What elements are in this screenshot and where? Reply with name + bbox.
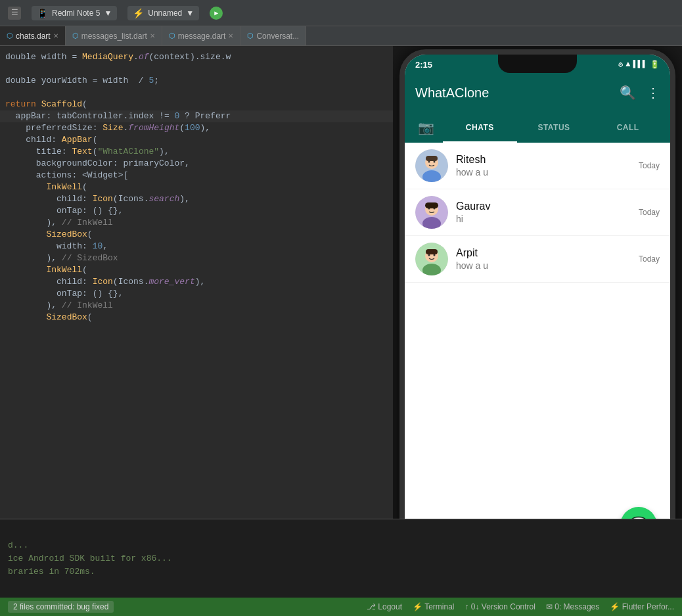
status-flutter[interactable]: ⚡ Flutter Perfor... [610, 602, 674, 611]
wifi-icon: ▲ [625, 60, 630, 69]
status-version-control[interactable]: ↑ 0↓ Version Control [465, 602, 535, 611]
run-button[interactable]: ▶ [210, 7, 223, 20]
close-icon[interactable]: ✕ [53, 32, 58, 39]
tab-call[interactable]: CALL [591, 114, 665, 143]
settings-icon: ⚙ [618, 60, 623, 70]
code-text: child: Icon(Icons.more_vert), [0, 276, 393, 288]
tab-label: CHATS [466, 123, 494, 132]
commit-message: 2 files committed: bug fixed [8, 601, 114, 613]
main-area: double width = MediaQuery.of(context).si… [0, 46, 682, 519]
code-text: actions: <Widget>[ [0, 170, 393, 181]
code-line [0, 87, 393, 99]
tab-label: messages_list.dart [81, 32, 147, 41]
chat-info-ritesh: Ritesh how a u [456, 154, 639, 178]
signal-icon: ▌▌▌ [633, 60, 647, 69]
project-selector[interactable]: ⚡ Unnamed ▼ [127, 6, 199, 20]
chat-meta: Today [639, 161, 660, 170]
tab-chats-dart[interactable]: ⬡ chats.dart ✕ [0, 26, 66, 45]
tab-label: CALL [617, 123, 639, 132]
code-line [0, 63, 393, 75]
chat-info-gaurav: Gaurav hi [456, 201, 639, 224]
code-text: SizedBox( [0, 312, 393, 323]
flutter-icon: ⚡ [133, 8, 144, 18]
code-line: child: AppBar( [0, 134, 393, 146]
left-status: 2 files committed: bug fixed [8, 601, 114, 613]
code-text: SizedBox( [0, 229, 393, 241]
chat-name: Arpit [456, 247, 639, 259]
status-items: ⎇ Logout ⚡ Terminal ↑ 0↓ Version Control… [367, 602, 674, 611]
chat-name: Ritesh [456, 154, 639, 166]
tab-conversation[interactable]: ⬡ Conversat... [240, 26, 306, 45]
code-line: InkWell( [0, 181, 393, 193]
phone-icon: 📱 [37, 8, 48, 18]
device-dropdown-icon: ▼ [104, 9, 112, 18]
phone-frame: 2:15 ⚙ ▲ ▌▌▌ 🔋 WhatAClone 🔍 ⋮ [399, 49, 675, 519]
more-vert-icon[interactable]: ⋮ [647, 85, 660, 101]
code-text: double yourWidth = width / 5; [0, 75, 393, 87]
chat-time: Today [639, 161, 660, 170]
status-logout[interactable]: ⎇ Logout [367, 602, 402, 611]
chat-meta: Today [639, 208, 660, 217]
code-editor[interactable]: double width = MediaQuery.of(context).si… [0, 46, 393, 519]
tab-label: Conversat... [256, 32, 299, 41]
chat-icon: 💬 [629, 516, 648, 519]
chat-time: Today [639, 208, 660, 217]
project-dropdown-icon: ▼ [186, 9, 194, 18]
avatar-ritesh [415, 149, 448, 182]
close-icon[interactable]: ✕ [150, 32, 155, 39]
status-messages[interactable]: ✉ 0: Messages [546, 602, 599, 611]
device-selector[interactable]: 📱 Redmi Note 5 ▼ [32, 6, 117, 20]
code-text: ), // InkWell [0, 300, 393, 312]
status-terminal[interactable]: ⚡ Terminal [413, 602, 454, 611]
chat-item-gaurav[interactable]: Gaurav hi Today [405, 189, 670, 236]
code-line: backgroundColor: primaryColor, [0, 158, 393, 170]
chat-list: Ritesh how a u Today [405, 143, 670, 519]
tab-status[interactable]: STATUS [517, 114, 591, 143]
status-icons: ⚙ ▲ ▌▌▌ 🔋 [618, 60, 660, 70]
svg-rect-5 [426, 156, 438, 161]
code-line: width: 10, [0, 241, 393, 252]
tab-chats[interactable]: CHATS [443, 114, 517, 143]
code-text: ), // SizedBox [0, 252, 393, 264]
dart-icon: ⬡ [169, 32, 175, 40]
app-bar-actions: 🔍 ⋮ [620, 85, 660, 101]
bottom-log-panel: d... ice Android SDK built for x86... br… [0, 519, 682, 598]
code-line: appBar: tabController.index != 0 ? Prefe… [0, 110, 393, 122]
close-icon[interactable]: ✕ [228, 32, 233, 39]
log-line-1: d... [8, 539, 674, 552]
code-text: InkWell( [0, 181, 393, 193]
code-line: ), // InkWell [0, 217, 393, 229]
code-text: backgroundColor: primaryColor, [0, 158, 393, 170]
svg-rect-17 [426, 249, 438, 254]
code-line: InkWell( [0, 264, 393, 276]
search-icon[interactable]: 🔍 [620, 85, 636, 101]
flutter-icon: ⬡ [247, 32, 254, 40]
phone-notch [498, 55, 577, 73]
code-line: return Scaffold( [0, 99, 393, 110]
tab-messages-list[interactable]: ⬡ messages_list.dart ✕ [66, 26, 162, 45]
tab-label: message.dart [178, 32, 226, 41]
code-line: double width = MediaQuery.of(context).si… [0, 51, 393, 63]
camera-tab[interactable]: 📷 [410, 114, 443, 143]
code-line: preferredSize: Size.fromHeight(100), [0, 122, 393, 134]
chat-time: Today [639, 254, 660, 264]
chat-preview: how a u [456, 260, 639, 271]
code-line: title: Text("WhatAClone"), [0, 146, 393, 158]
code-text: ), // InkWell [0, 217, 393, 229]
code-text: child: AppBar( [0, 134, 393, 146]
app-title: WhatAClone [415, 85, 620, 101]
code-text: return Scaffold( [0, 99, 393, 110]
code-line: ), // SizedBox [0, 252, 393, 264]
chat-preview: how a u [456, 167, 639, 178]
code-text: appBar: tabController.index != 0 ? Prefe… [0, 110, 393, 122]
chat-item-ritesh[interactable]: Ritesh how a u Today [405, 143, 670, 189]
code-line: child: Icon(Icons.more_vert), [0, 276, 393, 288]
code-line: actions: <Widget>[ [0, 170, 393, 181]
tab-message-dart[interactable]: ⬡ message.dart ✕ [162, 26, 241, 45]
code-text: double width = MediaQuery.of(context).si… [0, 51, 393, 63]
fab-button[interactable]: 💬 [620, 507, 657, 519]
log-line-2: ice Android SDK built for x86... [8, 552, 674, 565]
dart-icon: ⬡ [7, 32, 13, 40]
device-name: Redmi Note 5 [52, 9, 100, 18]
chat-item-arpit[interactable]: Arpit how a u Today [405, 236, 670, 283]
